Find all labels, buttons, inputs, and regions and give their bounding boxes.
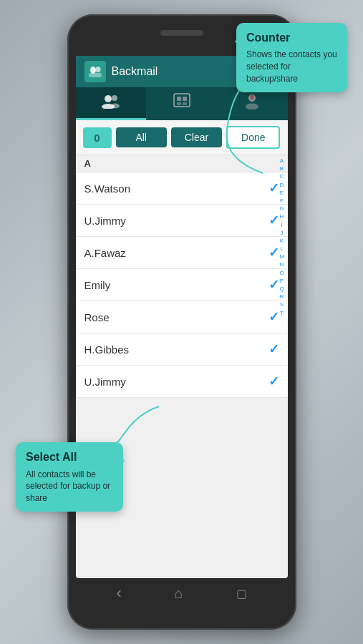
table-row[interactable]: Rose ✓ (76, 301, 288, 333)
app-title: Backmail (112, 65, 158, 78)
tab-bar (76, 87, 288, 120)
clear-button[interactable]: Clear (171, 127, 222, 147)
alpha-d[interactable]: D (276, 181, 288, 189)
table-row[interactable]: U.Jimmy ✓ (76, 366, 288, 398)
svg-point-6 (111, 103, 120, 108)
alpha-n[interactable]: N (276, 260, 288, 268)
table-row[interactable]: H.Gibbes ✓ (76, 333, 288, 366)
tooltip-select-all-title: Select All (26, 449, 113, 465)
profile-tab-icon (244, 92, 260, 114)
contact-name: U.Jimmy (84, 215, 268, 227)
app-logo-icon (84, 61, 106, 82)
tooltip-select-all: Select All All contacts will be selected… (16, 442, 123, 512)
alpha-o[interactable]: O (276, 269, 288, 277)
alpha-a[interactable]: A (276, 157, 288, 165)
alpha-q[interactable]: Q (276, 285, 288, 293)
tab-contacts[interactable] (76, 87, 147, 120)
alpha-e[interactable]: E (276, 189, 288, 197)
app-header-left: Backmail (84, 61, 158, 82)
gallery-tab-icon (172, 92, 192, 114)
svg-rect-14 (251, 95, 253, 99)
alpha-r[interactable]: R (276, 293, 288, 301)
alpha-i[interactable]: I (276, 221, 288, 229)
alpha-t[interactable]: T (276, 309, 288, 317)
speaker-grill (160, 30, 203, 36)
tooltip-select-all-description: All contacts will be selected for backup… (26, 469, 113, 504)
all-button[interactable]: All (116, 127, 167, 147)
contact-list: A S.Watson ✓ U.Jimmy ✓ A.Fawaz ✓ Emily ✓… (76, 155, 288, 398)
alpha-b[interactable]: B (276, 165, 288, 172)
tooltip-counter-title: Counter (246, 30, 337, 46)
svg-point-13 (246, 103, 258, 109)
back-button[interactable]: ‹ (116, 584, 121, 602)
svg-rect-7 (174, 94, 190, 107)
contact-name: U.Jimmy (84, 376, 268, 388)
tab-gallery[interactable] (146, 87, 217, 120)
svg-rect-8 (177, 97, 181, 101)
contact-name: H.Gibbes (84, 343, 268, 356)
tab-profile[interactable] (217, 87, 288, 120)
counter-button[interactable]: 0 (83, 127, 112, 148)
contacts-tab-icon (102, 93, 120, 113)
svg-point-3 (105, 95, 112, 102)
alpha-k[interactable]: K (276, 237, 288, 245)
tooltip-counter-description: Shows the contacts you selected for back… (246, 49, 337, 84)
svg-point-1 (95, 67, 100, 72)
alpha-c[interactable]: C (276, 172, 288, 180)
alpha-g[interactable]: G (276, 205, 288, 213)
alpha-p[interactable]: P (276, 277, 288, 285)
table-row[interactable]: S.Watson ✓ (76, 172, 288, 205)
svg-point-4 (112, 95, 117, 101)
phone-shell: htc ↺ ⏰ ▲ ▌▌▌ Backmail ⚙ (67, 14, 296, 630)
action-bar: 0 All Clear Done (76, 120, 288, 155)
alpha-f[interactable]: F (276, 197, 288, 205)
recent-apps-button[interactable]: ▢ (236, 587, 247, 600)
alpha-l[interactable]: L (276, 245, 288, 253)
home-button[interactable]: ⌂ (175, 585, 183, 602)
svg-rect-2 (89, 73, 102, 77)
contact-name: Emily (84, 279, 268, 291)
table-row[interactable]: A.Fawaz ✓ (76, 237, 288, 269)
contact-name: A.Fawaz (84, 247, 268, 259)
contact-name: Rose (84, 311, 268, 323)
svg-rect-11 (183, 102, 187, 105)
phone-bottom-bar: ‹ ⌂ ▢ (76, 578, 288, 608)
alphabet-sidebar[interactable]: A B C D E F G H I J K L M N O P Q R S T (276, 155, 288, 398)
done-button[interactable]: Done (226, 126, 280, 149)
svg-point-0 (90, 67, 96, 74)
alpha-j[interactable]: J (276, 229, 288, 237)
alpha-s[interactable]: S (276, 301, 288, 308)
svg-rect-9 (183, 97, 187, 101)
contact-name: S.Watson (84, 182, 268, 195)
table-row[interactable]: U.Jimmy ✓ (76, 205, 288, 237)
alpha-h[interactable]: H (276, 213, 288, 220)
svg-rect-10 (177, 102, 181, 105)
section-header-a: A (76, 155, 288, 172)
alpha-m[interactable]: M (276, 253, 288, 260)
table-row[interactable]: Emily ✓ (76, 269, 288, 301)
